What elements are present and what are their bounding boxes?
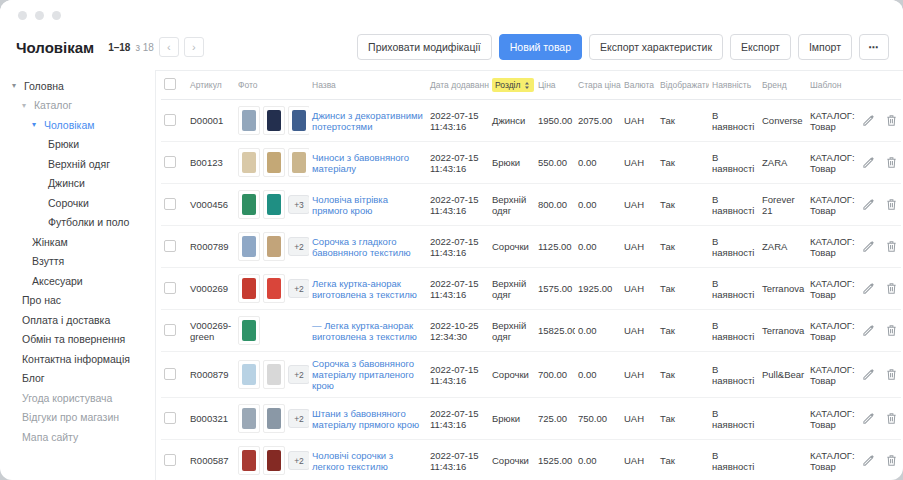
sidebar-item-women[interactable]: Жінкам xyxy=(0,232,155,252)
old-price-cell: 0.00 xyxy=(575,142,621,184)
delete-button[interactable] xyxy=(885,324,899,338)
table-row[interactable]: B000321 +2 Штани з бавовняного матеріалу… xyxy=(161,398,901,440)
row-checkbox[interactable] xyxy=(164,454,176,466)
sidebar-item-jeans[interactable]: Джинси xyxy=(0,174,155,194)
row-checkbox[interactable] xyxy=(164,156,176,168)
sidebar-item-about[interactable]: Про нас xyxy=(0,291,155,311)
column-header-section[interactable]: Розділ xyxy=(489,71,535,100)
product-name-link[interactable]: Чоловічі сорочки з легкого текстилю xyxy=(312,450,393,472)
column-header-brand[interactable]: Бренд xyxy=(759,71,807,100)
hide-modifications-button[interactable]: Приховати модифікації xyxy=(357,34,492,60)
edit-button[interactable] xyxy=(862,412,876,426)
sidebar-item-home[interactable]: ▾Головна xyxy=(0,76,155,96)
product-name-link[interactable]: Джинси з декоративними потертостями xyxy=(312,110,423,132)
column-header-currency[interactable]: Валюта xyxy=(621,71,657,100)
template-cell: КАТАЛОГ: Товар xyxy=(807,310,859,352)
template-cell: КАТАЛОГ: Товар xyxy=(807,226,859,268)
product-name-link[interactable]: Сорочка з гладкого бавовняного текстилю xyxy=(312,236,411,258)
sidebar-item-catalog[interactable]: ▾Каталог xyxy=(0,96,155,116)
sku-cell: V000269 xyxy=(187,268,235,310)
row-checkbox[interactable] xyxy=(164,198,176,210)
table-row[interactable]: R000789 +2 Сорочка з гладкого бавовняног… xyxy=(161,226,901,268)
import-button[interactable]: Імпорт xyxy=(798,34,852,60)
edit-button[interactable] xyxy=(862,368,876,382)
window-dot-icon[interactable] xyxy=(18,11,27,20)
sidebar-item-user-agreement[interactable]: Угода користувача xyxy=(0,388,155,408)
price-cell: 800.00 xyxy=(535,184,575,226)
export-characteristics-button[interactable]: Експорт характеристик xyxy=(589,34,723,60)
brand-cell xyxy=(759,440,807,480)
new-product-button[interactable]: Новий товар xyxy=(499,34,582,60)
sidebar-item-trousers[interactable]: Брюки xyxy=(0,135,155,155)
column-header-availability[interactable]: Наявність xyxy=(709,71,759,100)
sidebar-item-outerwear[interactable]: Верхній одяг xyxy=(0,154,155,174)
export-button[interactable]: Експорт xyxy=(730,34,791,60)
sidebar-item-blog[interactable]: Блог xyxy=(0,369,155,389)
column-header-price[interactable]: Ціна xyxy=(535,71,575,100)
product-name-link[interactable]: Чиноси з бавовняного матеріалу xyxy=(312,152,409,174)
select-all-checkbox[interactable] xyxy=(164,78,176,90)
table-row[interactable]: V000269-green — Легка куртка-анорак виго… xyxy=(161,310,901,352)
sidebar-item-contact-info[interactable]: Контактна інформація xyxy=(0,349,155,369)
more-actions-button[interactable]: ⋯ xyxy=(859,34,889,60)
delete-button[interactable] xyxy=(885,454,899,468)
product-name-link[interactable]: Сорочка з бавовняного матеріалу притален… xyxy=(312,358,414,391)
edit-button[interactable] xyxy=(862,282,876,296)
template-cell: КАТАЛОГ: Товар xyxy=(807,398,859,440)
sidebar-item-shoes[interactable]: Взуття xyxy=(0,252,155,272)
edit-button[interactable] xyxy=(862,198,876,212)
table-row[interactable]: B00123 Чиноси з бавовняного матеріалу 20… xyxy=(161,142,901,184)
table-row[interactable]: D00001 Джинси з декоративними потертостя… xyxy=(161,100,901,142)
edit-button[interactable] xyxy=(862,114,876,128)
table-row[interactable]: V000456 +3 Чоловіча вітрівка прямого кро… xyxy=(161,184,901,226)
edit-button[interactable] xyxy=(862,240,876,254)
sidebar-item-store-reviews[interactable]: Відгуки про магазин xyxy=(0,408,155,428)
column-header-old-price[interactable]: Стара ціна xyxy=(575,71,621,100)
sort-icon[interactable] xyxy=(523,81,531,90)
row-checkbox[interactable] xyxy=(164,282,176,294)
product-name-link[interactable]: — Легка куртка-анорак виготовлена з текс… xyxy=(312,320,417,342)
row-checkbox[interactable] xyxy=(164,240,176,252)
delete-button[interactable] xyxy=(885,240,899,254)
delete-button[interactable] xyxy=(885,156,899,170)
product-name-link[interactable]: Штани з бавовняного матеріалу прямого кр… xyxy=(312,408,419,430)
sidebar-item-payment-delivery[interactable]: Оплата і доставка xyxy=(0,310,155,330)
table-row[interactable]: V000269 +2 Легка куртка-анорак виготовле… xyxy=(161,268,901,310)
template-cell: КАТАЛОГ: Товар xyxy=(807,352,859,398)
edit-button[interactable] xyxy=(862,454,876,468)
delete-button[interactable] xyxy=(885,282,899,296)
sku-cell: B000321 xyxy=(187,398,235,440)
product-name-link[interactable]: Легка куртка-анорак виготовлена з тексти… xyxy=(312,278,417,300)
delete-button[interactable] xyxy=(885,198,899,212)
edit-button[interactable] xyxy=(862,324,876,338)
row-checkbox[interactable] xyxy=(164,368,176,380)
delete-button[interactable] xyxy=(885,412,899,426)
sidebar-item-accessories[interactable]: Аксесуари xyxy=(0,271,155,291)
table-row[interactable]: R000587 +2 Чоловічі сорочки з легкого те… xyxy=(161,440,901,480)
product-photo xyxy=(263,446,285,475)
column-header-name[interactable]: Назва xyxy=(309,71,427,100)
next-page-button[interactable]: › xyxy=(184,37,204,57)
availability-cell: В наявності xyxy=(709,142,759,184)
delete-button[interactable] xyxy=(885,114,899,128)
prev-page-button[interactable]: ‹ xyxy=(159,37,179,57)
row-checkbox[interactable] xyxy=(164,412,176,424)
window-dot-icon[interactable] xyxy=(52,11,61,20)
window-dot-icon[interactable] xyxy=(35,11,44,20)
row-checkbox[interactable] xyxy=(164,114,176,126)
sidebar-item-men[interactable]: ▾Чоловікам xyxy=(0,115,155,135)
column-header-date[interactable]: Дата додавання xyxy=(427,71,489,100)
delete-button[interactable] xyxy=(885,368,899,382)
column-header-template[interactable]: Шаблон xyxy=(807,71,859,100)
edit-button[interactable] xyxy=(862,156,876,170)
column-header-display[interactable]: Відображати xyxy=(657,71,709,100)
sidebar-item-sitemap[interactable]: Мапа сайту xyxy=(0,427,155,447)
product-name-link[interactable]: Чоловіча вітрівка прямого крою xyxy=(312,194,388,216)
sidebar-item-exchange-return[interactable]: Обмін та повернення xyxy=(0,330,155,350)
row-checkbox[interactable] xyxy=(164,324,176,336)
table-row[interactable]: R000879 +2 Сорочка з бавовняного матеріа… xyxy=(161,352,901,398)
sidebar-item-shirts[interactable]: Сорочки xyxy=(0,193,155,213)
column-header-sku[interactable]: Артикул xyxy=(187,71,235,100)
display-cell: Так xyxy=(657,398,709,440)
sidebar-item-tshirts-polo[interactable]: Футболки и поло xyxy=(0,213,155,233)
